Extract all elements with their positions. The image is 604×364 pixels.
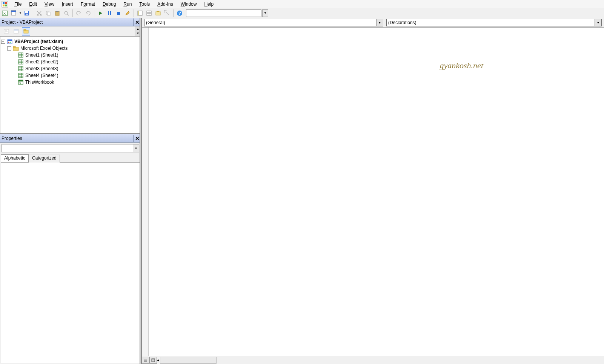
tree-item[interactable]: X ThisWorkbook [1, 79, 140, 86]
redo-icon[interactable] [84, 9, 92, 17]
toolbox-icon[interactable] [163, 9, 171, 17]
menu-tools[interactable]: Tools [135, 1, 154, 8]
menu-format[interactable]: Format [77, 1, 99, 8]
svg-rect-58 [18, 66, 23, 71]
procedure-combo[interactable]: (Declarations) ▼ [386, 19, 602, 26]
workbook-icon: X [18, 79, 24, 85]
scroll-left-icon[interactable]: ◄ [157, 357, 159, 364]
properties-grid[interactable] [1, 162, 140, 363]
view-code-icon[interactable] [2, 27, 11, 35]
tree-root[interactable]: − VBAProject (test.xlsm) [1, 38, 140, 45]
svg-rect-11 [26, 14, 28, 15]
horizontal-scrollbar[interactable] [160, 357, 217, 364]
toolbar-combo[interactable] [186, 9, 261, 17]
toolbar-separator [33, 9, 33, 17]
svg-text:?: ? [178, 11, 181, 15]
collapse-icon[interactable]: − [1, 40, 5, 44]
tab-categorized[interactable]: Categorized [29, 155, 60, 163]
toolbar: X ▼ [0, 8, 604, 18]
view-excel-icon[interactable]: X [1, 9, 9, 17]
toggle-folders-icon[interactable] [22, 27, 30, 35]
code-combo-bar: (General) ▼ (Declarations) ▼ [142, 18, 604, 27]
menu-file[interactable]: File [11, 1, 25, 8]
cut-icon[interactable] [35, 9, 43, 17]
insert-userform-icon[interactable] [10, 9, 18, 17]
svg-text:X: X [19, 81, 22, 85]
sheet-icon [18, 52, 24, 58]
svg-marker-20 [99, 11, 102, 15]
menu-insert[interactable]: Insert [58, 1, 77, 8]
toolbar-separator [72, 9, 73, 17]
tree-item-label: Sheet3 (Sheet3) [25, 66, 58, 71]
svg-rect-1 [3, 2, 5, 4]
svg-rect-43 [8, 40, 12, 41]
tree-item[interactable]: Sheet3 (Sheet3) [1, 65, 140, 72]
properties-panel-title: Properties ✕ [0, 134, 141, 143]
svg-rect-30 [156, 12, 160, 15]
undo-icon[interactable] [75, 9, 83, 17]
tree-item[interactable]: Sheet1 (Sheet1) [1, 52, 140, 58]
run-icon[interactable] [96, 9, 105, 17]
tree-item-label: ThisWorkbook [25, 80, 54, 85]
code-area: (General) ▼ (Declarations) ▼ gyankosh.ne… [141, 18, 604, 364]
dropdown-arrow-icon[interactable]: ▼ [133, 144, 139, 152]
copy-icon[interactable] [44, 9, 52, 17]
menu-bar: File Edit View Insert Format Debug Run T… [0, 0, 604, 8]
svg-rect-10 [25, 11, 28, 13]
project-panel-title: Project - VBAProject ✕ [0, 18, 141, 26]
menu-addins[interactable]: Add-Ins [154, 1, 177, 8]
tree-item[interactable]: Sheet4 (Sheet4) [1, 72, 140, 79]
tree-item[interactable]: Sheet2 (Sheet2) [1, 58, 140, 65]
code-view-buttons: ◄ [142, 356, 604, 364]
view-object-icon[interactable] [12, 27, 20, 35]
toolbar-separator [134, 9, 134, 17]
vba-app-icon [1, 0, 9, 8]
find-icon[interactable] [62, 9, 71, 17]
menu-edit[interactable]: Edit [25, 1, 41, 8]
menu-help[interactable]: Help [200, 1, 217, 8]
properties-panel: Properties ✕ ▼ Alphabetic Categorized [0, 134, 141, 364]
stop-icon[interactable] [114, 9, 123, 17]
dropdown-arrow-icon[interactable]: ▼ [376, 19, 383, 26]
code-text-area[interactable]: gyankosh.net [149, 28, 604, 356]
dropdown-arrow-icon[interactable]: ▼ [595, 19, 601, 26]
tree-item-label: Sheet4 (Sheet4) [25, 73, 58, 78]
toolbar-combo-arrow-icon[interactable]: ▼ [262, 9, 268, 17]
code-editor[interactable]: gyankosh.net [142, 27, 604, 356]
design-mode-icon[interactable] [123, 9, 132, 17]
svg-rect-2 [5, 2, 7, 4]
insert-dropdown-arrow-icon[interactable]: ▼ [19, 11, 22, 15]
menu-view[interactable]: View [41, 1, 58, 8]
pause-icon[interactable] [105, 9, 114, 17]
collapse-icon[interactable]: − [7, 46, 11, 51]
svg-rect-47 [13, 46, 15, 48]
properties-tabs: Alphabetic Categorized [0, 154, 141, 162]
menu-window[interactable]: Window [177, 1, 201, 8]
full-module-view-icon[interactable] [149, 357, 157, 364]
svg-rect-8 [11, 11, 16, 12]
svg-rect-23 [117, 12, 120, 15]
project-tree[interactable]: − VBAProject (test.xlsm) − Microsoft Exc… [0, 36, 141, 134]
tree-folder-label: Microsoft Excel Objects [20, 46, 68, 51]
properties-window-icon[interactable] [145, 9, 153, 17]
object-browser-icon[interactable] [154, 9, 162, 17]
svg-rect-31 [157, 11, 159, 12]
folder-icon [13, 45, 19, 51]
svg-rect-39 [14, 29, 18, 31]
left-column: Project - VBAProject ✕ ▲ ▼ − VBAProject … [0, 18, 141, 364]
properties-object-combo[interactable]: ▼ [2, 144, 139, 152]
object-combo[interactable]: (General) ▼ [144, 19, 383, 26]
svg-text:X: X [3, 12, 6, 15]
procedure-view-icon[interactable] [142, 357, 149, 364]
save-icon[interactable] [23, 9, 31, 17]
paste-icon[interactable] [53, 9, 61, 17]
help-icon[interactable]: ? [175, 9, 184, 17]
sheet-icon [18, 59, 24, 65]
code-margin [142, 28, 149, 356]
menu-debug[interactable]: Debug [99, 1, 120, 8]
project-explorer-icon[interactable] [136, 9, 144, 17]
tree-folder[interactable]: − Microsoft Excel Objects [1, 45, 140, 52]
tab-alphabetic[interactable]: Alphabetic [1, 154, 29, 162]
sheet-icon [18, 72, 24, 78]
menu-run[interactable]: Run [120, 1, 135, 8]
